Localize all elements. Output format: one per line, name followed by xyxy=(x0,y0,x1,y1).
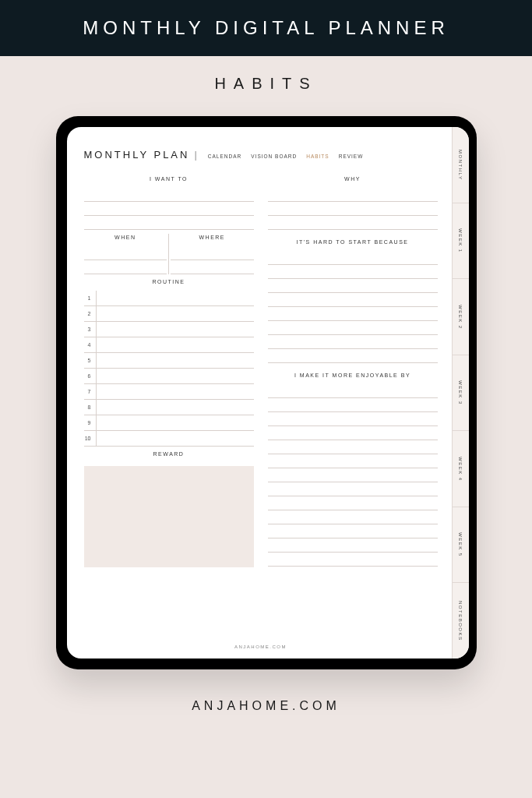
routine-num: 8 xyxy=(84,400,97,415)
banner-title: MONTHLY DIGITAL PLANNER xyxy=(0,0,532,56)
where-lines[interactable] xyxy=(171,246,254,274)
want-lines[interactable] xyxy=(84,188,254,230)
routine-row: 10 xyxy=(84,431,254,447)
reward-box[interactable] xyxy=(84,466,254,567)
routine-row: 6 xyxy=(84,369,254,384)
label-want: I WANT TO xyxy=(84,176,254,182)
label-reward: REWARD xyxy=(84,451,254,457)
routine-num: 3 xyxy=(84,322,97,337)
when-where-row: WHEN WHERE xyxy=(84,230,254,274)
top-tabs: CALENDAR VISION BOARD HABITS REVIEW xyxy=(208,154,364,159)
sidetab-week1[interactable]: WEEK 1 xyxy=(453,203,469,280)
when-lines[interactable] xyxy=(84,246,167,274)
sidetab-week5[interactable]: WEEK 5 xyxy=(453,507,469,584)
routine-row: 5 xyxy=(84,353,254,369)
label-routine: ROUTINE xyxy=(84,279,254,284)
tab-habits[interactable]: HABITS xyxy=(306,154,329,159)
tab-vision-board[interactable]: VISION BOARD xyxy=(251,154,297,159)
label-why: WHY xyxy=(268,176,438,182)
routine-row: 8 xyxy=(84,400,254,415)
routine-row: 2 xyxy=(84,306,254,322)
routine-row: 9 xyxy=(84,415,254,431)
side-tabs: MONTHLY WEEK 1 WEEK 2 WEEK 3 WEEK 4 WEEK… xyxy=(452,127,469,659)
page-footer-url: ANJAHOME.COM xyxy=(84,644,438,649)
routine-num: 6 xyxy=(84,369,97,383)
hard-lines[interactable] xyxy=(268,251,438,363)
label-enjoy: I MAKE IT MORE ENJOYABLE BY xyxy=(268,373,438,378)
tablet-frame: MONTHLY PLAN | CALENDAR VISION BOARD HAB… xyxy=(56,116,477,669)
routine-num: 5 xyxy=(84,353,97,368)
label-where: WHERE xyxy=(171,235,254,240)
routine-num: 10 xyxy=(84,431,97,446)
sidetab-week2[interactable]: WEEK 2 xyxy=(453,279,469,355)
routine-row: 7 xyxy=(84,384,254,400)
planner-page: MONTHLY PLAN | CALENDAR VISION BOARD HAB… xyxy=(67,127,452,659)
routine-num: 1 xyxy=(84,291,97,305)
routine-row: 4 xyxy=(84,337,254,353)
label-hard: IT'S HARD TO START BECAUSE xyxy=(268,239,438,245)
when-where-divider xyxy=(168,234,169,274)
brand-footer: ANJAHOME.COM xyxy=(0,699,532,713)
tab-review[interactable]: REVIEW xyxy=(339,154,364,159)
label-when: WHEN xyxy=(84,235,167,240)
content-columns: I WANT TO WHEN WHERE xyxy=(84,171,438,638)
left-column: I WANT TO WHEN WHERE xyxy=(84,171,254,638)
page-header: MONTHLY PLAN | CALENDAR VISION BOARD HAB… xyxy=(84,149,438,161)
page-title: MONTHLY PLAN xyxy=(84,149,190,161)
sidetab-week4[interactable]: WEEK 4 xyxy=(453,431,469,507)
right-column: WHY IT'S HARD TO START BECAUSE I MAKE IT… xyxy=(268,171,438,638)
sidetab-monthly[interactable]: MONTHLY xyxy=(453,127,469,203)
title-divider: | xyxy=(194,149,196,161)
routine-row: 3 xyxy=(84,322,254,337)
sidetab-notebooks[interactable]: NOTEBOOKS xyxy=(453,583,469,659)
tab-calendar[interactable]: CALENDAR xyxy=(208,154,241,159)
routine-num: 9 xyxy=(84,415,97,430)
routine-list[interactable]: 1 2 3 4 5 6 7 8 9 10 xyxy=(84,291,254,447)
routine-num: 2 xyxy=(84,306,97,321)
tablet-screen: MONTHLY PLAN | CALENDAR VISION BOARD HAB… xyxy=(67,127,469,659)
enjoy-lines[interactable] xyxy=(268,384,438,638)
routine-row: 1 xyxy=(84,291,254,306)
why-lines[interactable] xyxy=(268,188,438,230)
subtitle: HABITS xyxy=(0,56,532,108)
routine-num: 7 xyxy=(84,384,97,399)
sidetab-week3[interactable]: WEEK 3 xyxy=(453,355,469,432)
routine-num: 4 xyxy=(84,337,97,352)
